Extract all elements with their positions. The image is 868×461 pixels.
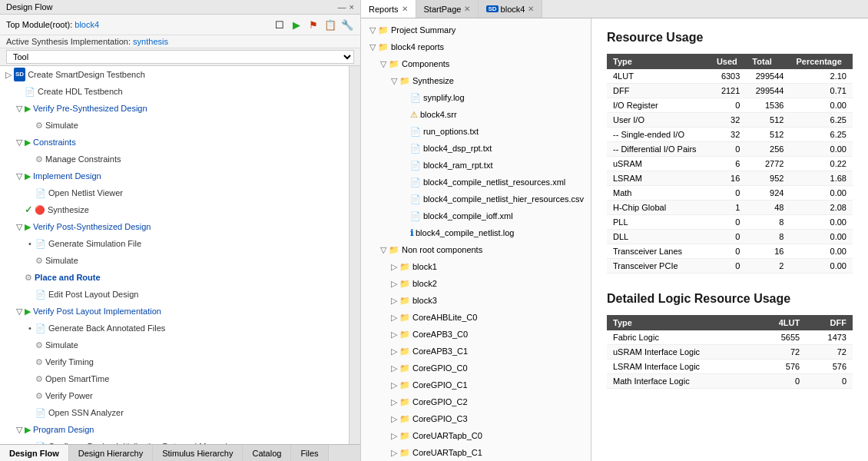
file-tree-item[interactable]: ▽ 📁 Components bbox=[361, 55, 591, 72]
bottom-tab-files[interactable]: Files bbox=[291, 445, 328, 461]
table-row[interactable]: Fabric Logic56551473 bbox=[607, 330, 853, 345]
expand-icon[interactable]: • bbox=[25, 439, 35, 444]
file-tree-item[interactable]: 📄 block4_compile_netlist_resources.xml bbox=[361, 174, 591, 191]
tree-item[interactable]: ▽ ▶ Constraints bbox=[0, 134, 360, 151]
expand-icon[interactable]: ▽ bbox=[14, 135, 25, 149]
table-row[interactable]: LSRAM Interface Logic576576 bbox=[607, 360, 853, 374]
table-row[interactable]: LSRAM169521.68 bbox=[607, 171, 853, 186]
table-row[interactable]: -- Single-ended I/O325126.25 bbox=[607, 128, 853, 142]
ft-expand[interactable]: ▷ bbox=[389, 327, 399, 341]
table-row[interactable]: Transceiver PCIe020.00 bbox=[607, 259, 853, 274]
ft-expand[interactable]: ▷ bbox=[389, 446, 399, 459]
expand-icon[interactable]: ▽ bbox=[14, 423, 25, 436]
expand-icon[interactable]: ▽ bbox=[14, 101, 25, 115]
ft-expand[interactable]: ▽ bbox=[378, 243, 389, 257]
file-tree-item[interactable]: ▷ 📁 CoreAPB3_C0 bbox=[361, 326, 591, 343]
file-tree-item[interactable]: 📄 block4_dsp_rpt.txt bbox=[361, 140, 591, 157]
tree-item[interactable]: ⚙ Verify Timing bbox=[0, 353, 360, 370]
tree-item[interactable]: ▽ ▶ Verify Post Layout Implementation bbox=[0, 303, 360, 320]
doc-icon[interactable]: 📋 bbox=[323, 18, 337, 32]
file-tree-item[interactable]: 📄 block4_ram_rpt.txt bbox=[361, 157, 591, 174]
file-tree-item[interactable]: ℹ block4_compile_netlist.log bbox=[361, 224, 591, 241]
file-tree-item[interactable]: ▷ 📁 CoreGPIO_C2 bbox=[361, 393, 591, 410]
tab-reports[interactable]: Reports ✕ bbox=[361, 0, 416, 18]
tree-item[interactable]: ▽ ▶ Program Design bbox=[0, 421, 360, 438]
table-row[interactable]: Math Interface Logic00 bbox=[607, 374, 853, 389]
ft-expand[interactable]: ▽ bbox=[367, 23, 378, 37]
run-icon[interactable]: ▶ bbox=[290, 18, 303, 32]
file-tree-item[interactable]: 📄 block4_compile_ioff.xml bbox=[361, 207, 591, 224]
file-tree-item[interactable]: 📄 block4_compile_netlist_hier_resources.… bbox=[361, 191, 591, 207]
tree-item[interactable]: 📄 Create HDL Testbench bbox=[0, 83, 360, 100]
ft-expand[interactable]: ▷ bbox=[389, 260, 399, 274]
file-tree-item[interactable]: 📄 synplify.log bbox=[361, 89, 591, 106]
file-tree-item[interactable]: ▷ 📁 CoreAPB3_C1 bbox=[361, 343, 591, 360]
ft-expand[interactable]: ▷ bbox=[389, 344, 399, 358]
tab-close-icon[interactable]: ✕ bbox=[464, 5, 470, 13]
tree-item[interactable]: ▷ SD Create SmartDesign Testbench bbox=[0, 66, 360, 83]
table-row[interactable]: DLL080.00 bbox=[607, 230, 853, 244]
tree-item[interactable]: ⚙ Place and Route bbox=[0, 269, 360, 286]
ft-expand[interactable]: ▷ bbox=[389, 361, 399, 375]
expand-icon[interactable]: • bbox=[25, 237, 35, 250]
tree-item[interactable]: ▽ ▶ Verify Post-Synthesized Design bbox=[0, 218, 360, 235]
tree-item[interactable]: ⚙ Open SmartTime bbox=[0, 370, 360, 387]
bottom-tab-stimulus-hierarchy[interactable]: Stimulus Hierarchy bbox=[153, 445, 243, 461]
tree-item[interactable]: ⚙ Verify Power bbox=[0, 387, 360, 404]
expand-icon[interactable]: ▽ bbox=[14, 304, 25, 318]
ft-expand[interactable]: ▽ bbox=[378, 57, 389, 71]
tree-item[interactable]: 📄 Open SSN Analyzer bbox=[0, 404, 360, 421]
flag-icon[interactable]: ⚑ bbox=[306, 18, 320, 32]
file-tree-item[interactable]: ▽ 📁 Non root components bbox=[361, 241, 591, 258]
tree-item[interactable]: 📄 Open Netlist Viewer bbox=[0, 184, 360, 201]
expand-icon[interactable]: ▽ bbox=[14, 169, 25, 183]
tree-item[interactable]: ⚙ Manage Constraints bbox=[0, 151, 360, 167]
tab-close-icon[interactable]: ✕ bbox=[402, 5, 408, 13]
file-tree-item[interactable]: ⚠ block4.srr bbox=[361, 106, 591, 123]
table-row[interactable]: 4LUT63032995442.10 bbox=[607, 69, 853, 84]
bottom-tab-catalog[interactable]: Catalog bbox=[243, 445, 291, 461]
table-row[interactable]: I/O Register015360.00 bbox=[607, 98, 853, 113]
file-tree-item[interactable]: 📄 run_options.txt bbox=[361, 123, 591, 140]
expand-icon[interactable]: ▷ bbox=[3, 68, 14, 81]
active-impl-link[interactable]: synthesis bbox=[133, 37, 168, 46]
file-tree-item[interactable]: ▷ 📁 CoreGPIO_C0 bbox=[361, 360, 591, 376]
tree-item[interactable]: ⚙ Simulate bbox=[0, 117, 360, 134]
table-row[interactable]: User I/O325126.25 bbox=[607, 113, 853, 128]
ft-expand[interactable]: ▷ bbox=[389, 412, 399, 426]
tree-item[interactable]: ⚙ Simulate bbox=[0, 252, 360, 269]
file-tree-item[interactable]: ▷ 📁 block1 bbox=[361, 258, 591, 275]
table-row[interactable]: uSRAM627720.22 bbox=[607, 157, 853, 171]
file-tree-item[interactable]: ▽ 📁 Synthesize bbox=[361, 72, 591, 89]
table-row[interactable]: Math09240.00 bbox=[607, 186, 853, 201]
ft-expand[interactable]: ▷ bbox=[389, 294, 399, 307]
tree-item[interactable]: ✓ 🔴 Synthesize bbox=[0, 201, 360, 218]
tree-item[interactable]: 📄 Edit Post Layout Design bbox=[0, 286, 360, 303]
tab-block4[interactable]: SD block4 ✕ bbox=[479, 0, 542, 18]
tree-item[interactable]: ▽ ▶ Verify Pre-Synthesized Design bbox=[0, 100, 360, 117]
tree-scrollbar[interactable] bbox=[349, 66, 360, 444]
file-tree-item[interactable]: ▷ 📁 CoreAHBLite_C0 bbox=[361, 309, 591, 326]
view-icon[interactable]: ☐ bbox=[273, 18, 287, 32]
tree-item[interactable]: ▽ ▶ Implement Design bbox=[0, 167, 360, 184]
table-row[interactable]: DFF21212995440.71 bbox=[607, 84, 853, 98]
tab-startpage[interactable]: StartPage ✕ bbox=[416, 0, 479, 18]
tree-item[interactable]: ⚙ Simulate bbox=[0, 337, 360, 353]
file-tree-item[interactable]: ▽ 📁 Project Summary bbox=[361, 22, 591, 38]
table-row[interactable]: -- Differential I/O Pairs02560.00 bbox=[607, 142, 853, 157]
tree-item[interactable]: • 📄 Configure Design Initialization Data… bbox=[0, 438, 360, 444]
ft-expand[interactable]: ▷ bbox=[389, 395, 399, 409]
file-tree-item[interactable]: ▷ 📁 block2 bbox=[361, 275, 591, 292]
settings-icon[interactable]: 🔧 bbox=[340, 18, 354, 32]
top-module-link[interactable]: block4 bbox=[75, 20, 99, 29]
table-row[interactable]: uSRAM Interface Logic7272 bbox=[607, 345, 853, 360]
table-row[interactable]: Transceiver Lanes0160.00 bbox=[607, 244, 853, 259]
file-tree-item[interactable]: ▷ 📁 CoreGPIO_C3 bbox=[361, 410, 591, 427]
minimize-icon[interactable]: — bbox=[338, 2, 346, 12]
tool-select[interactable]: Tool bbox=[6, 50, 354, 64]
file-tree-item[interactable]: ▷ 📁 block3 bbox=[361, 292, 591, 309]
tab-close-icon[interactable]: ✕ bbox=[528, 5, 534, 13]
tree-item[interactable]: • 📄 Generate Back Annotated Files bbox=[0, 320, 360, 337]
file-tree-item[interactable]: ▽ 📁 block4 reports bbox=[361, 38, 591, 55]
ft-expand[interactable]: ▷ bbox=[389, 277, 399, 290]
